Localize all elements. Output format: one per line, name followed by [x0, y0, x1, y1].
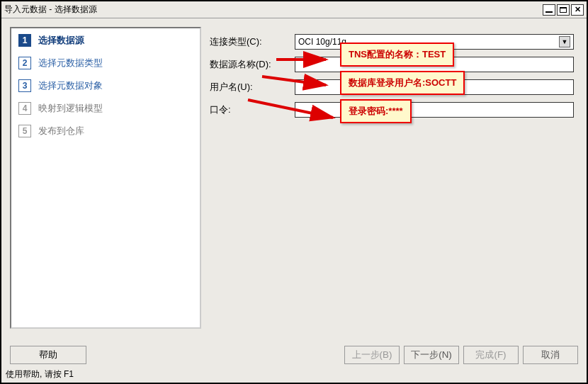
next-button[interactable]: 下一步(N) — [404, 346, 459, 364]
finish-button[interactable]: 完成(F) — [463, 346, 519, 364]
status-text: 使用帮助, 请按 F1 — [6, 368, 74, 380]
button-bar: 帮助 上一步(B) 下一步(N) 完成(F) 取消 — [10, 346, 578, 364]
step-3[interactable]: 3 选择元数据对象 — [18, 79, 197, 92]
window-title: 导入元数据 - 选择数据源 — [4, 4, 543, 16]
chevron-down-icon: ▼ — [559, 36, 570, 47]
svg-line-1 — [262, 77, 326, 85]
cancel-button[interactable]: 取消 — [523, 346, 578, 364]
callout-tns: TNS配置的名称：TEST — [340, 43, 454, 67]
step-5[interactable]: 5 发布到仓库 — [18, 125, 197, 137]
steps-list: 1 选择数据源 2 选择元数据类型 3 选择元数据对象 4 映射到逻辑模型 5 — [14, 34, 197, 137]
nav-buttons: 上一步(B) 下一步(N) 完成(F) 取消 — [344, 346, 578, 364]
step-number: 2 — [18, 57, 31, 69]
steps-panel: 1 选择数据源 2 选择元数据类型 3 选择元数据对象 4 映射到逻辑模型 5 — [10, 27, 201, 329]
close-button[interactable]: ✕ — [571, 4, 584, 16]
step-1[interactable]: 1 选择数据源 — [18, 34, 197, 47]
arrow-icon — [248, 96, 340, 127]
step-label: 选择元数据类型 — [38, 57, 103, 69]
titlebar: 导入元数据 - 选择数据源 ✕ — [1, 1, 587, 18]
step-2[interactable]: 2 选择元数据类型 — [18, 57, 197, 69]
connection-type-value: OCI 10g/11g — [298, 37, 346, 47]
step-4[interactable]: 4 映射到逻辑模型 — [18, 102, 197, 115]
step-label: 发布到仓库 — [38, 125, 84, 137]
step-number: 3 — [18, 79, 31, 92]
svg-line-2 — [248, 100, 333, 118]
arrow-icon — [262, 71, 333, 94]
maximize-button[interactable] — [557, 4, 570, 16]
form-panel: 连接类型(C): OCI 10g/11g ▼ 数据源名称(D): 用户名(U):… — [205, 27, 578, 329]
callout-password: 登录密码:**** — [340, 99, 412, 123]
step-label: 映射到逻辑模型 — [38, 102, 103, 115]
window-controls: ✕ — [543, 4, 584, 16]
status-bar: 使用帮助, 请按 F1 — [3, 367, 585, 381]
step-label: 选择元数据对象 — [38, 79, 103, 92]
main-area: 1 选择数据源 2 选择元数据类型 3 选择元数据对象 4 映射到逻辑模型 5 — [1, 18, 587, 337]
prev-button[interactable]: 上一步(B) — [344, 346, 400, 364]
help-button[interactable]: 帮助 — [10, 346, 86, 364]
arrow-icon — [276, 52, 333, 69]
minimize-button[interactable] — [543, 4, 555, 16]
step-number: 5 — [18, 125, 31, 137]
step-label: 选择数据源 — [38, 34, 84, 47]
connection-type-label: 连接类型(C): — [210, 35, 295, 48]
wizard-window: 导入元数据 - 选择数据源 ✕ 1 选择数据源 2 选择元数据类型 3 选择元数… — [0, 0, 588, 384]
callout-username: 数据库登录用户名:SOCTT — [340, 71, 465, 95]
step-number: 1 — [18, 34, 31, 47]
step-number: 4 — [18, 102, 31, 115]
